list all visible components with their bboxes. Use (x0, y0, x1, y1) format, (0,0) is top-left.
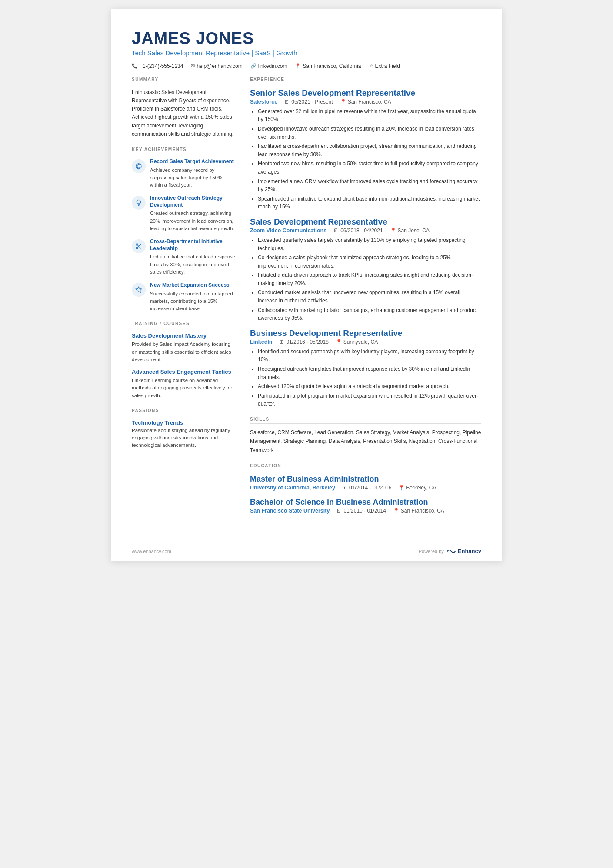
job-company: Zoom Video Communications (250, 228, 326, 234)
star-icon-header: ☆ (369, 63, 373, 69)
calendar-icon: 🗓 (284, 99, 290, 105)
resume-page: JAMES JONES Tech Sales Development Repre… (111, 9, 502, 561)
contact-linkedin: 🔗 linkedin.com (250, 63, 287, 69)
contact-location: 📍 San Francisco, California (295, 63, 361, 69)
contact-phone: 📞 +1-(234)-555-1234 (132, 63, 183, 69)
contact-bar: 📞 +1-(234)-555-1234 ✉ help@enhancv.com 🔗… (132, 60, 481, 69)
achievement-desc: Led an initiative that cut lead response… (150, 253, 236, 276)
enhancv-logo: Enhancv (446, 548, 481, 554)
email-icon: ✉ (191, 63, 195, 69)
footer-website: www.enhancv.com (132, 549, 171, 554)
training-section-title: TRAINING / COURSES (132, 321, 236, 328)
job-bullet: Mentored two new hires, resulting in a 5… (258, 160, 481, 176)
calendar-icon: 🗓 (336, 508, 342, 514)
job-bullets: Generated over $2 million in pipeline re… (250, 107, 481, 211)
svg-point-4 (136, 244, 138, 245)
job-location: 📍 San Jose, CA (390, 228, 430, 234)
job-item: Business Development Representative Link… (250, 328, 481, 408)
job-bullet: Participated in a pilot program for mark… (258, 392, 481, 408)
pin-icon: 📍 (393, 508, 400, 514)
passions-section-title: PASSIONS (132, 408, 236, 415)
svg-point-0 (136, 164, 141, 169)
job-location: 📍 Sunnyvale, CA (336, 339, 378, 345)
job-dates: 🗓 06/2018 - 04/2021 (333, 228, 383, 234)
svg-line-7 (140, 247, 141, 249)
education-item: Bachelor of Science in Business Administ… (250, 498, 481, 514)
svg-point-1 (137, 165, 140, 168)
job-company: Salesforce (250, 99, 277, 105)
achievement-content: New Market Expansion Success Successfull… (150, 282, 236, 312)
right-column: EXPERIENCE Senior Sales Development Repr… (250, 77, 481, 521)
achievement-title: Cross-Departmental Initiative Leadership (150, 238, 236, 252)
course-desc: LinkedIn Learning course on advanced met… (132, 377, 236, 399)
job-bullet: Conducted market analysis that uncovered… (258, 288, 481, 305)
achievement-content: Record Sales Target Achievement Achieved… (150, 158, 236, 189)
passion-item: Technology Trends Passionate about stayi… (132, 419, 236, 449)
footer-brand: Powered by Enhancv (419, 548, 481, 554)
achievement-desc: Created outreach strategy, achieving 20%… (150, 210, 236, 232)
pin-icon: 📍 (340, 99, 346, 105)
job-bullet: Collaborated with marketing to tailor ca… (258, 306, 481, 322)
course-title: Sales Development Mastery (132, 332, 236, 340)
star-icon (135, 286, 142, 293)
achievement-content: Innovative Outreach Strategy Development… (150, 195, 236, 232)
achievement-icon-target (132, 159, 146, 173)
edu-location: 📍 San Francisco, CA (393, 508, 444, 514)
achievement-item: Innovative Outreach Strategy Development… (132, 195, 236, 232)
enhancv-logo-icon (446, 548, 456, 554)
job-bullets: Identified and secured partnerships with… (250, 348, 481, 408)
job-company: LinkedIn (250, 339, 272, 345)
summary-text: Enthusiastic Sales Development Represent… (132, 88, 236, 138)
degree-title: Master of Business Administration (250, 475, 481, 484)
achievement-item: Cross-Departmental Initiative Leadership… (132, 238, 236, 276)
degree-title: Bachelor of Science in Business Administ… (250, 498, 481, 507)
job-bullet: Exceeded quarterly sales targets consist… (258, 236, 481, 252)
job-meta: LinkedIn 🗓 01/2016 - 05/2018 📍 Sunnyvale… (250, 339, 481, 345)
job-bullet: Spearheaded an initiative to expand clie… (258, 195, 481, 211)
brand-name: Enhancv (458, 548, 481, 554)
achievements-section-title: KEY ACHIEVEMENTS (132, 147, 236, 154)
job-dates: 🗓 01/2016 - 05/2018 (279, 339, 328, 345)
job-meta: Zoom Video Communications 🗓 06/2018 - 04… (250, 228, 481, 234)
page-footer: www.enhancv.com Powered by Enhancv (132, 548, 481, 554)
candidate-title: Tech Sales Development Representative | … (132, 49, 481, 57)
achievement-title: Innovative Outreach Strategy Development (150, 195, 236, 208)
left-column: SUMMARY Enthusiastic Sales Development R… (132, 77, 236, 521)
pin-icon: 📍 (398, 485, 405, 491)
achievement-item: New Market Expansion Success Successfull… (132, 282, 236, 312)
job-bullet: Initiated a data-driven approach to trac… (258, 271, 481, 287)
job-bullet: Generated over $2 million in pipeline re… (258, 107, 481, 124)
calendar-icon: 🗓 (333, 228, 339, 234)
course-item: Advanced Sales Engagement Tactics Linked… (132, 369, 236, 399)
pin-icon: 📍 (336, 339, 342, 345)
calendar-icon: 🗓 (279, 339, 284, 345)
skills-section-title: SKILLS (250, 417, 481, 424)
edu-dates: 🗓 01/2014 - 01/2016 (342, 485, 391, 491)
achievement-desc: Successfully expanded into untapped mark… (150, 290, 236, 313)
course-item: Sales Development Mastery Provided by Sa… (132, 332, 236, 363)
main-layout: SUMMARY Enthusiastic Sales Development R… (132, 77, 481, 521)
job-bullet: Facilitated a cross-department collabora… (258, 142, 481, 158)
job-title: Senior Sales Development Representative (250, 88, 481, 98)
achievement-item: Record Sales Target Achievement Achieved… (132, 158, 236, 189)
bulb-icon (135, 199, 142, 206)
edu-meta: San Francisco State University 🗓 01/2010… (250, 508, 481, 514)
calendar-icon: 🗓 (342, 485, 347, 491)
achievement-icon-bulb (132, 196, 146, 210)
svg-marker-9 (136, 287, 141, 292)
job-bullet: Redesigned outreach templates that impro… (258, 365, 481, 381)
phone-icon: 📞 (132, 63, 138, 69)
contact-extra: ☆ Extra Field (369, 63, 400, 69)
linkedin-icon: 🔗 (250, 63, 257, 69)
pin-icon: 📍 (390, 228, 396, 234)
passion-desc: Passionate about staying ahead by regula… (132, 427, 236, 449)
course-title: Advanced Sales Engagement Tactics (132, 369, 236, 376)
education-item: Master of Business Administration Univer… (250, 475, 481, 491)
job-bullet: Identified and secured partnerships with… (258, 348, 481, 364)
achievement-title: Record Sales Target Achievement (150, 158, 236, 165)
job-bullet: Developed innovative outreach strategies… (258, 125, 481, 141)
achievement-title: New Market Expansion Success (150, 282, 236, 289)
job-meta: Salesforce 🗓 05/2021 - Present 📍 San Fra… (250, 99, 481, 105)
skills-text: Salesforce, CRM Software, Lead Generatio… (250, 428, 481, 455)
header: JAMES JONES Tech Sales Development Repre… (132, 30, 481, 69)
